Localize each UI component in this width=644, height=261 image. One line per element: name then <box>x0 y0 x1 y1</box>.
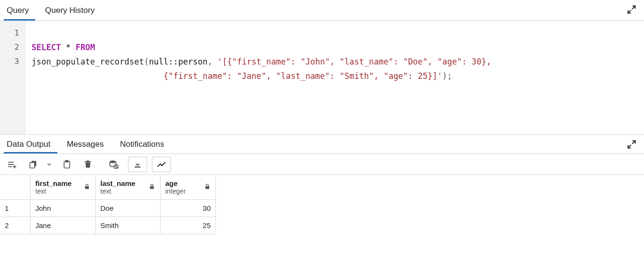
lock-icon <box>149 183 155 191</box>
row-number[interactable]: 1 <box>0 200 31 217</box>
grid-corner <box>0 175 31 200</box>
svg-rect-16 <box>85 186 89 189</box>
lock-icon <box>204 183 211 191</box>
column-header[interactable]: age integer <box>161 175 216 200</box>
column-type: integer <box>165 187 186 195</box>
column-type: text <box>100 187 135 195</box>
svg-rect-8 <box>66 160 68 162</box>
line-number: 3 <box>0 54 19 69</box>
tab-query-history[interactable]: Query History <box>42 1 101 20</box>
line-number: 1 <box>0 26 19 40</box>
keyword-select: SELECT <box>32 43 61 52</box>
star-token: * <box>61 43 75 52</box>
sql-icon[interactable] <box>104 157 123 172</box>
grid-cell[interactable]: 25 <box>161 217 216 234</box>
paste-icon[interactable] <box>57 157 76 172</box>
grid-cell[interactable]: John <box>31 200 96 217</box>
copy-icon[interactable] <box>24 157 43 172</box>
comma-token: , <box>207 57 217 66</box>
expand-editor-icon[interactable] <box>627 5 636 16</box>
svg-rect-6 <box>30 162 35 168</box>
svg-rect-18 <box>205 186 209 189</box>
cast-token: null::person <box>149 57 208 66</box>
chart-icon[interactable] <box>152 157 171 172</box>
svg-rect-15 <box>135 166 140 167</box>
column-name: last_name <box>100 179 135 187</box>
editor-gutter: 1 2 3 <box>0 21 26 134</box>
string-literal: {"first_name": "Jane", "last_name": "Smi… <box>163 71 442 81</box>
tab-query[interactable]: Query <box>4 1 35 20</box>
result-tabs-bar: Data Output Messages Notifications <box>0 135 644 154</box>
editor-tabs-bar: Query Query History <box>0 0 644 21</box>
column-name: first_name <box>35 179 72 187</box>
expand-results-icon[interactable] <box>627 140 636 151</box>
column-header[interactable]: last_name text <box>96 175 161 200</box>
tab-notifications[interactable]: Notifications <box>117 136 171 153</box>
tab-messages[interactable]: Messages <box>64 136 110 153</box>
add-row-icon[interactable] <box>3 157 22 172</box>
lock-icon <box>84 183 90 191</box>
grid-cell[interactable]: Jane <box>31 217 96 234</box>
result-grid: first_name text last_name text age integ… <box>0 175 644 234</box>
copy-group <box>24 157 55 172</box>
sql-editor[interactable]: 1 2 3 SELECT * FROM json_populate_record… <box>0 21 644 135</box>
line-number: 2 <box>0 40 19 54</box>
column-type: text <box>35 187 72 195</box>
indent-space <box>32 71 163 81</box>
download-icon[interactable] <box>128 157 147 172</box>
copy-dropdown-icon[interactable] <box>43 157 55 172</box>
column-header[interactable]: first_name text <box>31 175 96 200</box>
svg-point-11 <box>110 160 116 163</box>
paren-open: ( <box>144 57 149 66</box>
grid-cell[interactable]: 30 <box>161 200 216 217</box>
row-number[interactable]: 2 <box>0 217 31 234</box>
results-toolbar <box>0 154 644 175</box>
keyword-from: FROM <box>75 43 95 52</box>
svg-rect-10 <box>87 160 89 161</box>
paren-close: ); <box>442 71 452 81</box>
grid-cell[interactable]: Smith <box>96 217 161 234</box>
grid-cell[interactable]: Doe <box>96 200 161 217</box>
delete-icon[interactable] <box>78 157 97 172</box>
editor-content[interactable]: SELECT * FROM json_populate_recordset(nu… <box>26 21 491 134</box>
svg-rect-17 <box>150 186 154 189</box>
function-name: json_populate_recordset <box>32 57 144 66</box>
column-name: age <box>165 179 186 187</box>
tab-data-output[interactable]: Data Output <box>4 136 57 153</box>
string-literal: '[{"first_name": "John", "last_name": "D… <box>217 57 491 66</box>
